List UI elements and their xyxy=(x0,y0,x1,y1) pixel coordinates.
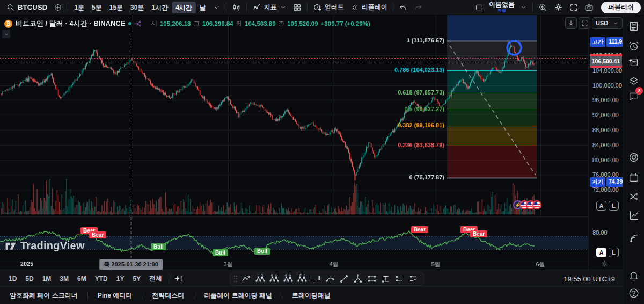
time-axis[interactable]: 2025 목 2025-01-30 21:00 3월4월5월6월 xyxy=(0,258,588,270)
pattern-ac-tool[interactable]: AC xyxy=(268,273,281,285)
range-button-1D[interactable]: 1D xyxy=(4,275,21,283)
svg-text:E: E xyxy=(289,274,291,277)
zigzag-arrow-tool[interactable] xyxy=(240,273,253,285)
price-tick: 96,000.00 xyxy=(589,97,623,103)
chart-area[interactable]: ₿ 비트코인 / 달러 · 4시간 · BINANCE 시105,206.18 … xyxy=(0,15,588,258)
divider xyxy=(246,3,247,12)
snapshot-button[interactable] xyxy=(581,1,597,14)
calendar-icon[interactable] xyxy=(628,172,640,184)
range-button-YTD[interactable]: YTD xyxy=(91,275,112,283)
osc-auto-scale-button[interactable]: A xyxy=(596,248,606,257)
settings-button[interactable] xyxy=(551,1,566,14)
us-flag-event-icon[interactable] xyxy=(532,200,541,209)
range-button-3M[interactable]: 3M xyxy=(55,275,73,283)
chart-style-button[interactable] xyxy=(229,1,244,14)
price-axis[interactable]: 108,000.00104,000.00100,000.0096,000.009… xyxy=(588,15,623,270)
layout-grid-button[interactable] xyxy=(290,1,305,14)
replay-button[interactable]: 리플레이 xyxy=(347,1,391,14)
chart-stats-icon[interactable] xyxy=(628,209,640,221)
auto-scale-button[interactable]: A xyxy=(596,201,606,211)
alert-button[interactable]: 얼러트 xyxy=(310,1,347,14)
svg-text:Z: Z xyxy=(303,274,305,277)
symbol-legend[interactable]: ₿ 비트코인 / 달러 · 4시간 · BINANCE 시105,206.18 … xyxy=(4,19,370,28)
oscillator-pane-canvas[interactable] xyxy=(0,216,588,258)
broadcast-icon[interactable] xyxy=(628,232,640,244)
range-button-6M[interactable]: 6M xyxy=(73,275,91,283)
bottom-tabs: 암호화폐 페어 스크리너Pine 에디터전략테스터리플레이 트레이딩 패널트레이… xyxy=(0,287,623,304)
undo-button[interactable] xyxy=(396,1,411,14)
year-label: 2025 xyxy=(20,260,33,267)
currency-dropdown[interactable]: USD xyxy=(592,17,623,29)
quick-search-button[interactable] xyxy=(535,1,551,14)
pitchfork-tool[interactable] xyxy=(352,273,364,285)
symbol-search-button[interactable]: BTCUSD xyxy=(3,1,50,14)
bottom-tab-3[interactable]: 전략테스터 xyxy=(150,291,186,300)
publish-button[interactable]: 퍼블리쉬 xyxy=(601,2,641,13)
redo-button[interactable] xyxy=(411,1,426,14)
range-button-전체[interactable]: 전체 xyxy=(145,274,166,283)
boost-icon[interactable] xyxy=(135,20,142,27)
osc-log-scale-button[interactable]: L xyxy=(609,248,619,257)
curve-tool[interactable] xyxy=(324,273,336,285)
range-button-5Y[interactable]: 5Y xyxy=(128,275,145,283)
signpost-2-tool[interactable] xyxy=(407,273,420,285)
pattern-15-tool[interactable]: 15 xyxy=(254,273,267,285)
economic-events-markers[interactable]: ⚡ xyxy=(513,200,541,209)
help-icon[interactable] xyxy=(628,287,640,299)
interval-button-1분[interactable]: 1분 xyxy=(70,2,88,13)
interval-button-30분[interactable]: 30분 xyxy=(127,2,148,13)
watchlist-icon[interactable] xyxy=(628,20,640,32)
axis-settings-gear-icon[interactable] xyxy=(601,260,609,268)
price-pane-canvas[interactable] xyxy=(0,15,588,216)
bottom-tab-1[interactable]: 암호화폐 페어 스크리너 xyxy=(8,291,80,300)
expand-pane-button[interactable] xyxy=(579,17,590,29)
range-button-1M[interactable]: 1M xyxy=(38,275,56,283)
range-button-1Y[interactable]: 1Y xyxy=(112,275,129,283)
chat-icon[interactable]: 3 xyxy=(628,90,640,102)
parallel-lines-tool[interactable] xyxy=(310,273,323,285)
indicators-label: 지표 xyxy=(264,3,277,12)
range-button-5D[interactable]: 5D xyxy=(21,275,38,283)
svg-text:A: A xyxy=(271,274,273,277)
log-scale-button[interactable]: L xyxy=(609,201,619,211)
drag-handle-icon[interactable] xyxy=(233,275,238,283)
close-label: 종 xyxy=(279,20,285,28)
bottom-tab-2[interactable]: Pine 에디터 xyxy=(96,291,135,300)
pattern-wz-tool[interactable]: WZ xyxy=(296,273,309,285)
bottom-tab-5[interactable]: 트레이딩패널 xyxy=(290,291,333,300)
chevron-down-icon xyxy=(520,4,527,11)
favorite-drawing-tools: 15ACAEWZ xyxy=(230,272,424,286)
interval-button-5분[interactable]: 5분 xyxy=(88,2,106,13)
pattern-ae-tool[interactable]: AE xyxy=(282,273,295,285)
clock-display[interactable]: 19:55:00 UTC+9 xyxy=(564,270,615,287)
alert-clock-icon[interactable] xyxy=(628,40,640,52)
chevron-down-icon xyxy=(612,20,619,26)
pane-collapse-button[interactable] xyxy=(2,30,10,38)
interval-button-날[interactable]: 날 xyxy=(196,2,210,13)
indicators-button[interactable]: 지표 xyxy=(249,1,290,14)
layers-icon[interactable] xyxy=(628,75,640,87)
layout-chevron-button[interactable] xyxy=(517,1,530,14)
fullscreen-button[interactable] xyxy=(566,1,581,14)
signal-label-bear: Bear xyxy=(411,226,428,233)
bell-icon[interactable] xyxy=(628,270,640,281)
interval-button-1시간[interactable]: 1시간 xyxy=(148,2,172,13)
interval-button-4시간[interactable]: 4시간 xyxy=(172,2,196,13)
rectangle-tool[interactable] xyxy=(365,273,378,285)
interval-menu-button[interactable] xyxy=(210,1,224,14)
notes-icon[interactable] xyxy=(628,56,640,68)
anchored-text-tool[interactable] xyxy=(379,273,392,285)
gauge-icon[interactable] xyxy=(628,151,640,163)
fib-level-label: 0.382 (89,196.81) xyxy=(398,122,444,128)
layout-name-menu[interactable]: 이름없음 저장 xyxy=(487,2,517,13)
svg-text:5: 5 xyxy=(261,274,263,277)
signpost-1-tool[interactable] xyxy=(393,273,406,285)
goto-date-button[interactable] xyxy=(171,272,187,285)
interval-button-15분[interactable]: 15분 xyxy=(106,2,127,13)
trend-line-tool[interactable] xyxy=(338,273,350,285)
forecast-icon[interactable] xyxy=(628,191,640,202)
save-layout-button[interactable] xyxy=(472,1,487,14)
bottom-tab-4[interactable]: 리플레이 트레이딩 패널 xyxy=(202,291,274,300)
scroll-down-button[interactable] xyxy=(565,17,577,29)
compare-add-button[interactable] xyxy=(50,1,65,14)
